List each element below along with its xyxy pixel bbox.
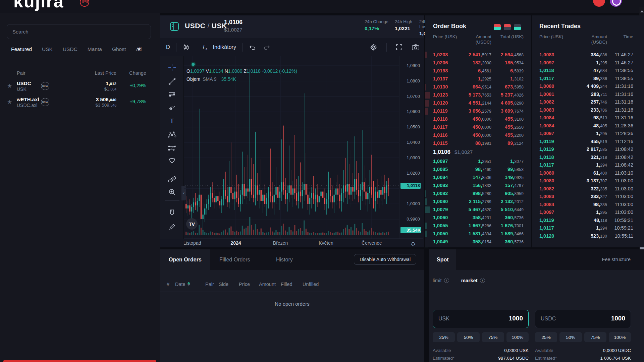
pair-row[interactable]: ★USDCUSKBOW1,012$1,004+0,29% [0,80,160,96]
percent-100[interactable]: 100% [506,332,529,342]
tool-crosshair-icon[interactable] [166,62,178,73]
trade-price: 1,0119 [539,218,554,223]
percent-25[interactable]: 25% [535,332,557,342]
wallet-avatar-icon[interactable] [610,0,622,7]
token-avatar-icon[interactable] [593,0,605,7]
amount-input-usk[interactable]: USK1000 [433,310,529,328]
sort-icon[interactable] [187,282,190,286]
camera-icon [412,44,420,51]
price-chart[interactable]: 1,09001,08001,07001,06001,05001,04001,03… [184,56,423,247]
favorites-star-icon[interactable]: ★ [137,46,142,53]
order-book-row[interactable]: 1,0049358,8154360,5736 [425,238,531,246]
fullscreen-button[interactable] [395,44,403,51]
order-book-row[interactable]: 1,0206182,2000185,9534 [425,59,531,67]
pair-star-icon[interactable]: ★ [7,99,12,106]
trade-time: 11:28:36 [615,131,633,136]
orders-col-price: Price [239,282,250,287]
book-view-bids-icon[interactable] [514,24,521,30]
order-book-row[interactable]: 1,00501 581,43941 589,3466 [425,230,531,238]
percent-75[interactable]: 75% [584,332,606,342]
order-book-row[interactable]: 1,00482 874,20382 888,0000 [425,246,531,247]
order-book-row[interactable]: 1,00971,29511,3077 [425,158,531,166]
order-book-row[interactable]: 1,008598,746099,5853 [425,166,531,174]
tab-open-orders[interactable]: Open Orders [160,249,210,270]
order-type-market[interactable]: marketi [461,278,485,283]
trade-price: 1,0080 [539,178,554,183]
filter-tab-usdc[interactable]: USDC [63,46,77,52]
percent-75[interactable]: 75% [482,332,504,342]
percent-50[interactable]: 50% [559,332,582,342]
percent-100[interactable]: 100% [609,332,631,342]
order-book-row[interactable]: 1,0060358,4231360,5736 [425,214,531,222]
tool-emoji-heart-icon[interactable] [166,155,178,166]
snapshot-button[interactable] [412,44,420,51]
trade-price: 1,0117 [539,162,554,168]
chart-settings-button[interactable] [370,43,378,51]
orders-col-date[interactable]: Date [175,282,190,287]
tool-ruler-icon[interactable] [166,172,178,184]
pair-star-icon[interactable]: ★ [7,82,12,89]
orders-col-num: # [167,282,169,287]
tab-spot[interactable]: Spot [429,249,456,270]
redo-button[interactable] [262,44,277,51]
tool-horizontal-lines-icon[interactable] [166,89,178,100]
order-book-row[interactable]: 1,0084147,8506149,0925 [425,174,531,182]
order-book-row[interactable]: 1,0117450,0000455,2650 [425,123,531,131]
tool-magnet-icon[interactable] [166,207,178,218]
candle-style-button[interactable] [176,44,196,51]
filter-tab-manta[interactable]: Manta [88,46,102,52]
percent-50[interactable]: 50% [457,332,479,342]
tool-edit-icon[interactable] [166,221,178,233]
order-book-row[interactable]: 1,0130664,9514673,5958 [425,83,531,91]
order-book-row[interactable]: 1,01986,45616,5839 [425,67,531,75]
percent-25[interactable]: 25% [433,332,455,342]
top-bar: kujira [0,0,644,13]
disable-auto-withdrawal-button[interactable]: Disable Auto Withdrawal [354,254,416,265]
trade-price: 1,0117 [539,76,554,81]
tool-forecast-icon[interactable] [166,142,178,154]
tool-text-icon[interactable]: T [166,115,178,127]
order-book-row[interactable]: 1,00551 667,52861 676,7001 [425,222,531,230]
ob-price: 1,0116 [433,132,448,138]
order-book-row[interactable]: 1,01204 551,21444 605,8290 [425,99,531,107]
order-book-row[interactable]: 1,00795 467,45205 510,6449 [425,206,531,214]
bow-badge: BOW [41,82,49,90]
pair-row[interactable]: ★wETH.axlUSDC.axlBOW3 506,040$3 509,546+… [0,96,160,112]
order-book-row[interactable]: 1,0118450,0000455,3100 [425,115,531,123]
amount-input-usdc[interactable]: USDC1000 [535,310,631,328]
trade-time: 11:31:16 [615,115,633,120]
ob-price: 1,0130 [433,84,448,89]
book-view-both-icon[interactable] [494,24,501,30]
order-book-row[interactable]: 1,0116450,0000455,2200 [425,131,531,139]
tool-brush-icon[interactable] [166,102,178,113]
trade-row: 1,00971,29511:03:00 [532,208,644,217]
indicators-button[interactable]: fx Indikátory [196,44,242,51]
order-book-row[interactable]: 1,01371,29251,3102 [425,75,531,83]
trading-app: kujira FeaturedUSKUSDCMantaGhostAll ★ Pa… [0,0,644,362]
order-book-row[interactable]: 1,00802 115,27892 132,2012 [425,198,531,206]
tool-zoom-in-icon[interactable] [166,186,178,198]
order-book-row[interactable]: 1,02082 541,59172 594,4568 [425,51,531,59]
filter-tab-featured[interactable]: Featured [11,46,32,52]
order-book-row[interactable]: 1,0083156,1833157,4797 [425,182,531,190]
tool-trend-line-icon[interactable] [166,76,178,87]
search-input[interactable] [7,24,151,39]
tab-filled-orders[interactable]: Filled Orders [211,249,259,270]
scroll-up-icon[interactable] [640,10,644,12]
undo-button[interactable] [243,44,262,51]
pair-title[interactable]: USDC/USK [185,22,227,30]
interval-button[interactable]: D [160,44,176,50]
filter-tab-usk[interactable]: USK [42,46,53,52]
fee-structure-link[interactable]: Fee structure [602,257,631,262]
book-view-asks-icon[interactable] [504,24,511,30]
order-book-row[interactable]: 1,01193 656,25793 699,7674 [425,107,531,115]
tool-xabcd-pattern-icon[interactable] [166,129,178,140]
tab-history[interactable]: History [267,249,302,270]
filter-tab-ghost[interactable]: Ghost [112,46,126,52]
order-book-row[interactable]: 1,01235 173,76535 237,4026 [425,91,531,99]
order-book-row[interactable]: 1,011588,198189,2124 [425,139,531,147]
order-book-row[interactable]: 1,0082898,5280905,8959 [425,190,531,198]
trade-price: 1,0083 [539,194,554,199]
order-type-limit[interactable]: limiti [433,278,449,283]
ob-total: 455,2650 [505,124,524,130]
